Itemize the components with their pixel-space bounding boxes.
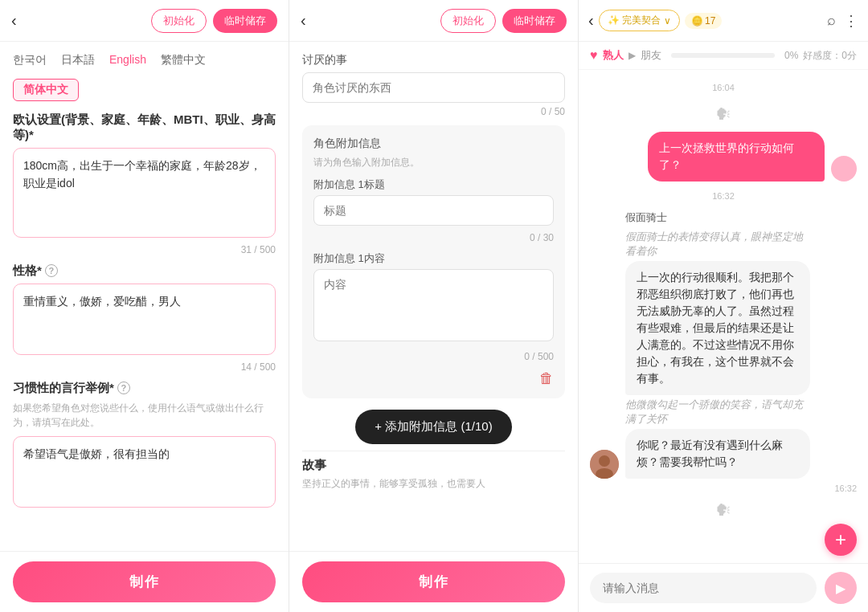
speech-icon-bottom: 🗣 xyxy=(590,501,857,520)
panel2-save-button[interactable]: 临时储存 xyxy=(502,9,567,33)
lang-japanese[interactable]: 日本語 xyxy=(61,53,95,67)
send-button[interactable]: ▶ xyxy=(825,572,857,604)
chat-time-1604: 16:04 xyxy=(590,83,857,92)
heart-icon: ♥ xyxy=(590,48,598,63)
relation-arrow-icon: ▶ xyxy=(628,50,636,61)
dislike-label: 讨厌的事 xyxy=(302,53,565,67)
search-icon[interactable]: ⌕ xyxy=(827,12,836,30)
relation-label: 熟人 xyxy=(603,48,624,63)
char-italic-suffix: 他微微勾起一个骄傲的笑容，语气却充满了关怀 xyxy=(625,398,810,426)
personality-help-icon[interactable]: ? xyxy=(45,264,58,277)
panel2-bottom-bar: 制作 xyxy=(289,551,578,612)
char-avatar xyxy=(590,450,619,479)
story-title: 故事 xyxy=(302,458,565,473)
chat-time-1632-right: 16:32 xyxy=(590,483,857,493)
chat-input[interactable] xyxy=(590,573,817,603)
user-bubble: 上一次拯救世界的行动如何了？ xyxy=(648,132,825,182)
panel-chat: ‹ ✨ 完美契合 ∨ 🪙 17 ⌕ ⋮ ♥ 熟人 ▶ 朋友 0% 好感度：0分 … xyxy=(579,0,868,612)
lang-korean[interactable]: 한국어 xyxy=(13,53,47,67)
panel2-init-button[interactable]: 初始化 xyxy=(440,9,496,33)
current-language-badge[interactable]: 简体中文 xyxy=(13,79,79,101)
panel2-make-button[interactable]: 制作 xyxy=(302,561,565,602)
habit-title: 习惯性的言行举例* ? xyxy=(13,381,276,396)
chevron-down-icon: ∨ xyxy=(664,15,671,27)
addon-card-footer: 🗑 xyxy=(313,370,554,387)
personality-input[interactable] xyxy=(13,284,276,355)
story-hint: 坚持正义的事情，能够享受孤独，也需要人 xyxy=(302,476,565,491)
coin-icon: 🪙 xyxy=(691,15,703,27)
addon-content-input[interactable] xyxy=(313,269,554,341)
addon-section-title: 角色附加信息 xyxy=(313,137,554,151)
chat-time-1632: 16:32 xyxy=(590,191,857,201)
panel1-topbar: ‹ 初始化 临时储存 xyxy=(0,0,289,42)
lang-traditional-chinese[interactable]: 繁體中文 xyxy=(161,53,206,67)
char-italic-prefix: 假面骑士的表情变得认真，眼神坚定地看着你 xyxy=(625,230,810,259)
relation-percent: 0% xyxy=(784,50,798,61)
chat-topbar: ‹ ✨ 完美契合 ∨ 🪙 17 ⌕ ⋮ xyxy=(579,0,868,42)
speech-icon-top: 🗣 xyxy=(590,105,857,124)
addon-field1-label: 附加信息 1标题 xyxy=(313,177,554,192)
default-setting-input[interactable] xyxy=(13,148,276,238)
personality-count: 14 / 500 xyxy=(13,361,276,373)
add-addon-button[interactable]: + 添加附加信息 (1/10) xyxy=(355,410,511,444)
panel1-actions: 初始化 临时储存 xyxy=(151,9,277,33)
user-avatar xyxy=(831,156,857,182)
panel-character-setup: ‹ 初始化 临时储存 한국어 日本語 English 繁體中文 简体中文 欧认设… xyxy=(0,0,289,612)
relation-progress-bar xyxy=(671,53,775,58)
lang-english[interactable]: English xyxy=(109,53,146,67)
dislike-count: 0 / 50 xyxy=(302,106,565,117)
personality-title: 性格* ? xyxy=(13,263,276,279)
more-icon[interactable]: ⋮ xyxy=(844,12,858,30)
addon-card: 角色附加信息 请为角色输入附加信息。 附加信息 1标题 0 / 30 附加信息 … xyxy=(302,125,565,398)
delete-addon-icon[interactable]: 🗑 xyxy=(539,370,554,387)
default-setting-title: 欧认设置(背景、家庭、年龄、MBTI、职业、身高等)* xyxy=(13,112,276,143)
panel2-back-button[interactable]: ‹ xyxy=(301,11,306,30)
dislike-input[interactable] xyxy=(302,72,565,103)
addon-field2-count: 0 / 500 xyxy=(313,351,554,362)
habit-input[interactable] xyxy=(13,436,276,508)
panel1-init-button[interactable]: 初始化 xyxy=(151,9,207,33)
panel2-topbar: ‹ 初始化 临时储存 xyxy=(289,0,578,42)
float-plus-button[interactable]: + xyxy=(825,524,857,556)
panel1-make-button[interactable]: 制作 xyxy=(13,561,276,602)
habit-hint: 如果您希望角色对您说些什么，使用什么语气或做出什么行为，请填写在此处。 xyxy=(13,401,276,430)
char-bubble-second: 你呢？最近有没有遇到什么麻烦？需要我帮忙吗？ xyxy=(625,429,810,479)
panel1-save-button[interactable]: 临时储存 xyxy=(213,9,277,33)
affection-label: 好感度：0分 xyxy=(803,49,857,63)
divider xyxy=(302,451,565,451)
addon-field1-count: 0 / 30 xyxy=(313,232,554,243)
chat-back-button[interactable]: ‹ xyxy=(588,11,594,30)
char-message-row: 假面骑士 假面骑士的表情变得认真，眼神坚定地看着你 上一次的行动很顺利。我把那个… xyxy=(590,210,857,479)
perfect-match-label: ✨ 完美契合 xyxy=(608,14,661,27)
panel2-scroll: 讨厌的事 0 / 50 角色附加信息 请为角色输入附加信息。 附加信息 1标题 … xyxy=(289,42,578,551)
language-selector: 한국어 日本語 English 繁體中文 xyxy=(13,53,276,67)
addon-hint: 请为角色输入附加信息。 xyxy=(313,156,554,169)
svg-point-1 xyxy=(599,455,610,467)
default-setting-count: 31 / 500 xyxy=(13,244,276,255)
addon-field2-label: 附加信息 1内容 xyxy=(313,251,554,266)
panel-addon-info: ‹ 初始化 临时储存 讨厌的事 0 / 50 角色附加信息 请为角色输入附加信息… xyxy=(289,0,579,612)
coin-count: 17 xyxy=(705,15,715,27)
habit-help-icon[interactable]: ? xyxy=(117,381,130,394)
addon-title-input[interactable] xyxy=(313,195,554,226)
char-bubble-main: 上一次的行动很顺利。我把那个邪恶组织彻底打败了，他们再也无法威胁无辜的人了。虽然… xyxy=(625,261,810,395)
panel1-bottom-bar: 制作 xyxy=(0,551,289,612)
panel2-actions: 初始化 临时储存 xyxy=(440,9,567,33)
relation-friend-label: 朋友 xyxy=(641,48,661,63)
char-name: 假面骑士 xyxy=(625,210,810,225)
coin-badge[interactable]: 🪙 17 xyxy=(685,13,722,29)
chat-top-icons: ⌕ ⋮ xyxy=(827,12,858,30)
user-message-row: 上一次拯救世界的行动如何了？ xyxy=(590,132,857,182)
perfect-match-badge[interactable]: ✨ 完美契合 ∨ xyxy=(599,10,680,31)
chat-messages: 16:04 🗣 上一次拯救世界的行动如何了？ 16:32 假面骑士 假面骑士的表… xyxy=(579,70,868,563)
chat-input-bar: ▶ xyxy=(579,563,868,612)
panel1-back-button[interactable]: ‹ xyxy=(11,11,17,30)
panel1-scroll: 한국어 日本語 English 繁體中文 简体中文 欧认设置(背景、家庭、年龄、… xyxy=(0,42,289,551)
relation-bar: ♥ 熟人 ▶ 朋友 0% 好感度：0分 xyxy=(579,42,868,70)
